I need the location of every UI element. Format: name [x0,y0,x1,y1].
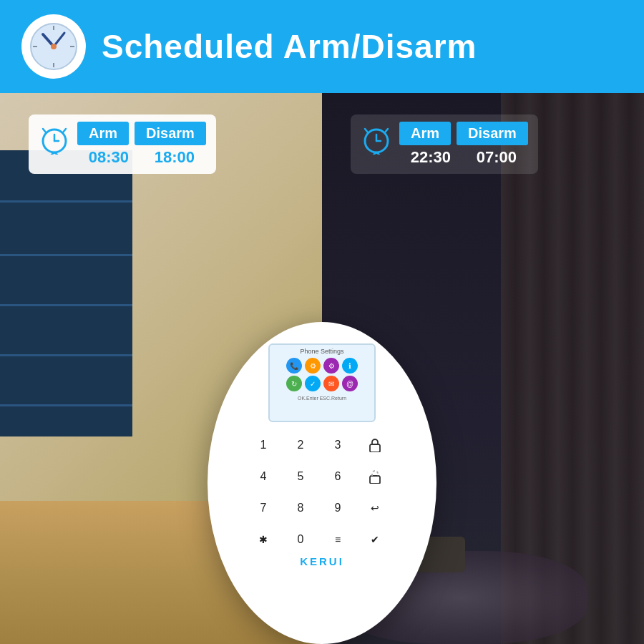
schedule-headers-right: Arm Disarm [399,122,528,145]
device-panel: Phone Settings 📞 ⚙ ⚙ ℹ ↻ ✓ ✉ @ OK.Enter … [208,322,436,644]
key-2[interactable]: 2 [288,432,313,458]
disarm-time-left: 18:00 [143,148,206,167]
svg-line-12 [63,129,66,132]
key-9[interactable]: 9 [325,495,351,521]
screen-icon-msg: ✉ [323,376,339,391]
header-title: Scheduled Arm/Disarm [102,27,477,66]
alarm-icon-left [39,123,70,159]
key-7[interactable]: 7 [250,495,276,521]
key-8[interactable]: 8 [288,495,313,521]
screen-bottom-text: OK.Enter ESC.Return [298,396,346,401]
alarm-icon-right [361,123,392,159]
shelf-5 [0,404,132,406]
key-0[interactable]: 0 [288,527,313,552]
screen-icon-check: ✓ [305,376,321,391]
key-lock[interactable] [362,432,388,458]
schedule-headers-left: Arm Disarm [77,122,206,145]
svg-point-7 [51,44,57,49]
schedule-box-left: Arm Disarm 08:30 18:00 [29,114,216,174]
brand-label: KERUI [300,555,344,567]
key-menu[interactable]: ≡ [325,527,351,552]
key-star[interactable]: ✱ [250,527,276,552]
screen-icon-at: @ [342,376,358,391]
schedule-data-right: Arm Disarm 22:30 07:00 [399,122,528,167]
disarm-header-left: Disarm [135,122,206,145]
svg-line-18 [365,129,368,132]
key-4[interactable]: 4 [250,464,276,489]
arm-time-left: 08:30 [77,148,140,167]
screen-icon-info: ℹ [342,358,358,374]
screen-icon-refresh: ↻ [286,376,302,391]
key-5[interactable]: 5 [288,464,313,489]
key-unlock[interactable] [362,464,388,489]
keypad: 1 2 3 4 5 6 7 8 9 ↩ ✱ 0 ≡ ✔ [250,432,394,552]
key-1[interactable]: 1 [250,432,276,458]
svg-line-11 [43,129,46,132]
shelf-3 [0,304,132,306]
arm-time-right: 22:30 [399,148,462,167]
screen-icon-settings: ⚙ [305,358,321,374]
screen-icons-row2: ↻ ✓ ✉ @ [286,376,358,391]
disarm-time-right: 07:00 [465,148,528,167]
schedule-times-left: 08:30 18:00 [77,148,206,167]
shelf-4 [0,354,132,356]
svg-rect-22 [370,444,380,452]
header-section: Scheduled Arm/Disarm [0,0,644,93]
disarm-header-right: Disarm [457,122,528,145]
clock-icon [21,14,86,79]
arm-header-left: Arm [77,122,129,145]
key-back[interactable]: ↩ [362,495,388,521]
main-content: Arm Disarm 08:30 18:00 [0,93,644,644]
schedule-data-left: Arm Disarm 08:30 18:00 [77,122,206,167]
schedule-times-right: 22:30 07:00 [399,148,528,167]
screen-title: Phone Settings [300,348,343,355]
screen-icon-phone: 📞 [286,358,302,374]
svg-rect-23 [370,476,380,484]
key-check[interactable]: ✔ [362,527,388,552]
svg-line-19 [385,129,388,132]
shelf-1 [0,200,132,203]
device-screen: Phone Settings 📞 ⚙ ⚙ ℹ ↻ ✓ ✉ @ OK.Enter … [268,343,376,422]
arm-header-right: Arm [399,122,451,145]
key-3[interactable]: 3 [325,432,351,458]
shelf-unit [0,150,132,436]
key-6[interactable]: 6 [325,464,351,489]
screen-icons-row1: 📞 ⚙ ⚙ ℹ [286,358,358,374]
screen-icon-gear: ⚙ [323,358,339,374]
schedule-box-right: Arm Disarm 22:30 07:00 [351,114,538,174]
shelf-2 [0,254,132,256]
